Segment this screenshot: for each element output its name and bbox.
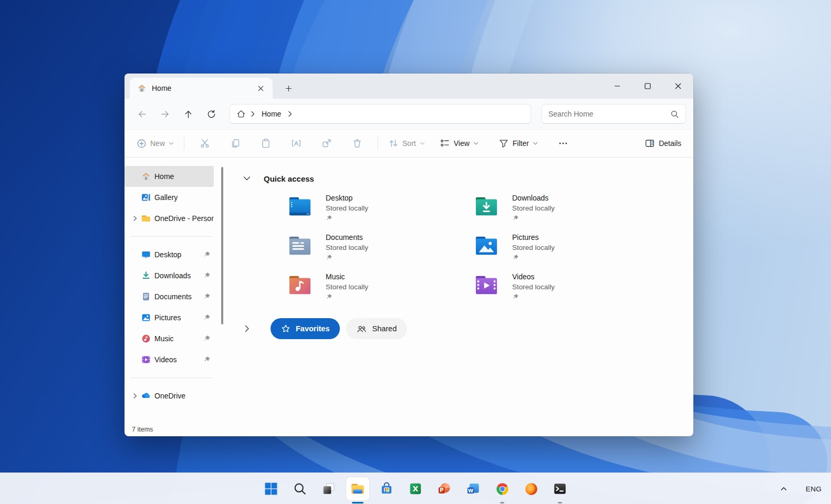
people-icon bbox=[357, 324, 367, 334]
pin-icon bbox=[326, 215, 368, 222]
sidebar-item-music[interactable]: Music bbox=[124, 328, 214, 349]
task-view-button[interactable] bbox=[317, 477, 340, 500]
rename-button[interactable] bbox=[286, 134, 306, 153]
collapse-chevron-down-icon[interactable] bbox=[243, 174, 251, 183]
close-window-button[interactable] bbox=[663, 74, 693, 99]
folder-tile-videos[interactable]: Videos Stored locally bbox=[474, 272, 661, 304]
more-options-button[interactable] bbox=[553, 134, 573, 153]
svg-text:W: W bbox=[468, 488, 473, 494]
up-button[interactable] bbox=[178, 104, 198, 123]
maximize-button[interactable] bbox=[632, 74, 663, 99]
back-button[interactable] bbox=[132, 104, 152, 123]
pictures-mini-icon bbox=[141, 313, 151, 322]
terminal-button[interactable] bbox=[548, 477, 572, 500]
ellipsis-icon bbox=[558, 138, 568, 149]
folder-tile-documents[interactable]: Documents Stored locally bbox=[288, 233, 474, 265]
taskbar-tray: ENG bbox=[775, 473, 822, 504]
sidebar-item-downloads[interactable]: Downloads bbox=[124, 265, 214, 286]
filter-button[interactable]: Filter bbox=[494, 134, 543, 153]
chevron-right-icon[interactable] bbox=[287, 111, 293, 117]
sidebar-item-documents[interactable]: Documents bbox=[124, 286, 214, 307]
sidebar-item-videos[interactable]: Videos bbox=[124, 349, 214, 370]
chrome-button[interactable] bbox=[491, 477, 514, 500]
pin-icon bbox=[512, 215, 555, 222]
file-explorer-window: Home bbox=[124, 74, 693, 436]
sidebar-item-gallery[interactable]: Gallery bbox=[124, 187, 214, 208]
share-button[interactable] bbox=[317, 134, 337, 153]
folder-tile-pictures[interactable]: Pictures Stored locally bbox=[474, 233, 661, 265]
home-breadcrumb-icon bbox=[236, 109, 246, 119]
chrome-icon bbox=[495, 482, 510, 496]
documents-mini-icon bbox=[141, 292, 151, 301]
folder-tile-downloads[interactable]: Downloads Stored locally bbox=[474, 193, 661, 226]
taskbar-center: X P W bbox=[259, 473, 572, 504]
copy-button[interactable] bbox=[225, 134, 245, 153]
running-indicator bbox=[558, 502, 562, 503]
search-input[interactable] bbox=[548, 110, 670, 118]
cut-button[interactable] bbox=[195, 134, 215, 153]
downloads-folder-icon bbox=[474, 195, 498, 217]
expand-chevron-right-icon[interactable] bbox=[243, 324, 251, 333]
sidebar-item-home[interactable]: Home bbox=[124, 166, 214, 187]
new-button[interactable]: New bbox=[132, 134, 179, 153]
gallery-icon bbox=[141, 193, 151, 202]
forward-button[interactable] bbox=[155, 104, 175, 123]
navigation-pane: Home Gallery bbox=[124, 158, 227, 423]
sidebar-item-onedrive[interactable]: OneDrive bbox=[124, 385, 214, 406]
sidebar-scrollbar[interactable] bbox=[221, 167, 223, 324]
sidebar-item-pictures[interactable]: Pictures bbox=[124, 307, 214, 328]
videos-mini-icon bbox=[141, 355, 151, 364]
taskbar-search-button[interactable] bbox=[288, 477, 311, 500]
new-tab-button[interactable] bbox=[280, 80, 297, 96]
sidebar-item-desktop[interactable]: Desktop bbox=[124, 244, 214, 265]
pin-icon bbox=[326, 293, 368, 300]
section-title[interactable]: Quick access bbox=[264, 174, 314, 183]
pin-icon bbox=[326, 254, 368, 261]
microsoft-store-button[interactable] bbox=[375, 477, 398, 500]
firefox-button[interactable] bbox=[520, 477, 543, 500]
start-button[interactable] bbox=[259, 477, 283, 500]
refresh-icon bbox=[206, 109, 216, 119]
word-button[interactable]: W bbox=[462, 477, 485, 500]
search-icon[interactable] bbox=[670, 110, 679, 119]
details-pane-icon bbox=[645, 138, 655, 149]
folder-tile-music[interactable]: Music Stored locally bbox=[288, 272, 474, 304]
minimize-button[interactable] bbox=[602, 74, 632, 99]
active-window-indicator bbox=[352, 502, 363, 503]
items-count: 7 items bbox=[132, 426, 153, 433]
show-hidden-icons-button[interactable] bbox=[775, 480, 792, 497]
sidebar-item-onedrive-personal[interactable]: OneDrive - Personal bbox=[124, 208, 214, 229]
folder-tile-desktop[interactable]: Desktop Stored locally bbox=[288, 193, 474, 226]
folder-status: Stored locally bbox=[326, 282, 368, 292]
folder-name: Documents bbox=[326, 233, 368, 243]
details-button[interactable]: Details bbox=[640, 134, 686, 153]
favorites-pill[interactable]: Favorites bbox=[271, 318, 340, 339]
delete-button[interactable] bbox=[347, 134, 367, 153]
microsoft-store-icon bbox=[380, 482, 393, 496]
details-label: Details bbox=[659, 139, 681, 148]
paste-icon bbox=[261, 138, 271, 149]
sidebar-separator bbox=[131, 236, 213, 237]
powerpoint-button[interactable]: P bbox=[433, 477, 456, 500]
documents-folder-icon bbox=[288, 235, 312, 257]
sort-button[interactable]: Sort bbox=[383, 134, 430, 153]
plus-icon bbox=[285, 85, 292, 92]
paste-button[interactable] bbox=[256, 134, 276, 153]
home-tab-icon bbox=[137, 83, 147, 93]
view-button[interactable]: View bbox=[435, 134, 483, 153]
address-bar[interactable]: Home bbox=[230, 104, 531, 124]
breadcrumb-home[interactable]: Home bbox=[259, 110, 283, 118]
favorites-label: Favorites bbox=[296, 324, 329, 333]
shared-pill[interactable]: Shared bbox=[346, 318, 407, 339]
close-icon bbox=[258, 86, 264, 91]
sidebar-item-label: Videos bbox=[154, 355, 201, 364]
tab-home[interactable]: Home bbox=[130, 78, 273, 99]
file-explorer-taskbar-button[interactable] bbox=[346, 477, 369, 500]
refresh-button[interactable] bbox=[201, 104, 221, 123]
taskbar: X P W bbox=[0, 472, 831, 504]
excel-button[interactable]: X bbox=[404, 477, 427, 500]
search-box[interactable] bbox=[542, 104, 686, 124]
home-icon bbox=[141, 172, 151, 181]
tab-close-button[interactable] bbox=[254, 81, 267, 95]
language-indicator[interactable]: ENG bbox=[806, 485, 822, 493]
